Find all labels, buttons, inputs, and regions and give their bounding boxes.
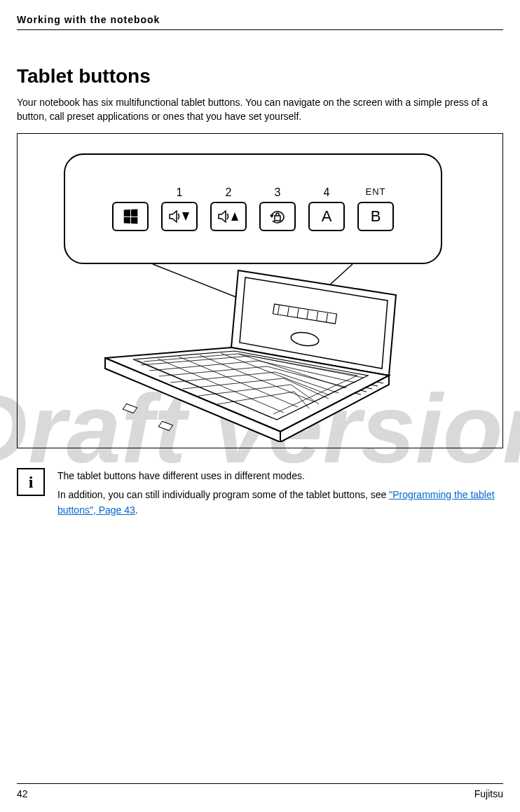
info-icon-char: i [29, 473, 34, 492]
page-header: Working with the notebook [17, 14, 503, 30]
info-line-2-suffix: . [135, 504, 138, 516]
button-b-label: B [371, 207, 381, 226]
button-a-label: A [322, 207, 332, 226]
button-group-2: 2 [210, 186, 247, 231]
svg-rect-14 [123, 404, 137, 413]
button-group-windows [112, 186, 149, 231]
volume-up-button [210, 202, 247, 231]
page-number: 42 [17, 788, 28, 799]
info-line-2-prefix: In addition, you can still individually … [57, 489, 389, 500]
svg-rect-0 [275, 216, 280, 221]
button-group-4: 4 A [308, 186, 345, 231]
button-group-ent: ENT B [357, 186, 394, 231]
footer-brand: Fujitsu [474, 788, 503, 799]
button-b: B [357, 202, 394, 231]
volume-down-icon [168, 209, 191, 223]
info-text: The tablet buttons have different uses i… [57, 468, 503, 521]
rotation-lock-icon [268, 209, 287, 224]
page-footer: 42 Fujitsu [17, 783, 503, 799]
button-label-3: 3 [275, 186, 281, 199]
info-line-1: The tablet buttons have different uses i… [57, 468, 503, 483]
rotation-lock-button [259, 202, 296, 231]
button-label-1: 1 [177, 186, 183, 199]
tablet-button-panel: 1 2 3 [64, 153, 442, 264]
button-label-ent: ENT [366, 186, 386, 199]
button-label-2: 2 [226, 186, 232, 199]
info-line-2: In addition, you can still individually … [57, 487, 503, 518]
button-label-4: 4 [324, 186, 330, 199]
volume-down-button [161, 202, 198, 231]
info-icon: i [17, 468, 45, 496]
volume-up-icon [217, 209, 240, 223]
button-group-3: 3 [259, 186, 296, 231]
figure-box: 1 2 3 [17, 133, 503, 448]
laptop-illustration [95, 267, 403, 442]
windows-icon [124, 209, 138, 224]
button-a: A [308, 202, 345, 231]
intro-paragraph: Your notebook has six multifunctional ta… [17, 96, 503, 123]
info-block: i The tablet buttons have different uses… [17, 468, 503, 521]
section-heading: Tablet buttons [17, 65, 503, 88]
running-title: Working with the notebook [17, 14, 160, 25]
svg-rect-15 [158, 422, 172, 431]
windows-button [112, 202, 149, 231]
button-group-1: 1 [161, 186, 198, 231]
